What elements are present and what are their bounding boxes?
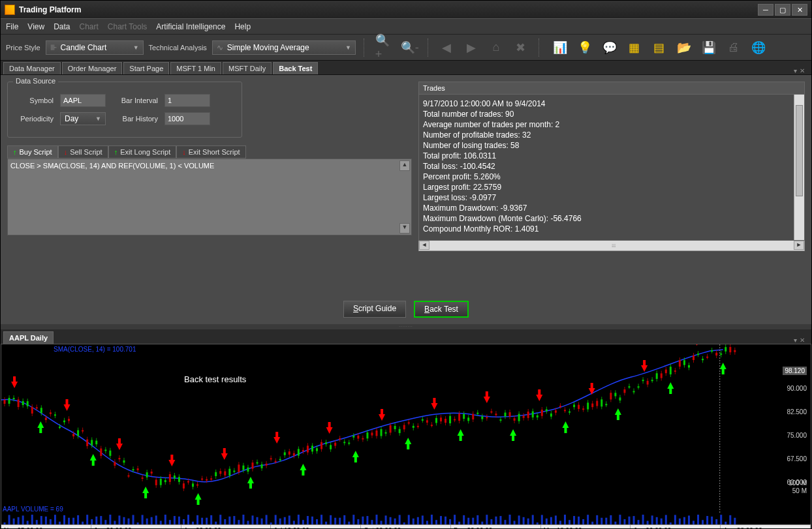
- svg-rect-458: [633, 516, 635, 524]
- svg-rect-477: [720, 515, 722, 524]
- back-test-button[interactable]: Back Test: [414, 301, 469, 318]
- bar-history-input[interactable]: [164, 112, 210, 125]
- forward-icon[interactable]: ▶: [461, 38, 481, 57]
- tab-close-icon[interactable]: ✕: [800, 67, 805, 74]
- svg-rect-464: [661, 519, 663, 524]
- chat-icon[interactable]: 💬: [600, 38, 619, 57]
- chart-main[interactable]: SMA(CLOSE, 14) = 100.701 Back test resul…: [1, 344, 756, 514]
- svg-rect-372: [238, 520, 240, 524]
- price-style-dropdown[interactable]: ⊪ Candle Chart ▼: [46, 40, 144, 55]
- bar-history-label: Bar History: [112, 115, 158, 123]
- sma-label: SMA(CLOSE, 14) = 100.701: [54, 346, 136, 353]
- tab-buy-script[interactable]: ↑Buy Script: [7, 145, 58, 159]
- svg-rect-329: [40, 516, 42, 524]
- script-tabs: ↑Buy Script ↓Sell Script ↑Exit Long Scri…: [7, 145, 412, 159]
- globe-icon[interactable]: 🌐: [749, 38, 768, 57]
- bar-interval-input[interactable]: [164, 94, 210, 107]
- window-title: Trading Platform: [19, 5, 758, 14]
- tab-exit-long-script[interactable]: ↑Exit Long Script: [108, 145, 177, 159]
- svg-rect-445: [573, 516, 575, 524]
- svg-rect-397: [352, 515, 354, 524]
- svg-rect-406: [394, 519, 396, 524]
- script-guide-button[interactable]: Script Guide: [343, 301, 406, 318]
- menu-help[interactable]: Help: [234, 22, 251, 31]
- chevron-down-icon: ▼: [95, 115, 101, 122]
- svg-rect-427: [490, 519, 492, 524]
- tab-msft-1min[interactable]: MSFT 1 Min: [170, 62, 221, 74]
- document-tabs: Data Manager Order Manager Start Page MS…: [1, 61, 811, 75]
- chart-overlay-text: Back test results: [184, 374, 246, 384]
- back-icon[interactable]: ◀: [437, 38, 456, 57]
- svg-rect-450: [596, 515, 598, 524]
- svg-rect-407: [399, 515, 401, 524]
- svg-rect-393: [334, 518, 336, 524]
- tab-menu-icon[interactable]: ▾: [794, 67, 797, 74]
- trades-scrollbar-v[interactable]: [794, 95, 804, 240]
- script-up-button[interactable]: ▲: [399, 160, 410, 171]
- chart-tab-menu-icon[interactable]: ▾: [794, 337, 797, 344]
- menu-data[interactable]: Data: [54, 22, 70, 31]
- svg-rect-381: [279, 519, 281, 524]
- zoom-in-icon[interactable]: 🔍+: [375, 38, 395, 57]
- ta-dropdown[interactable]: ∿ Simple Moving Average ▼: [212, 40, 356, 55]
- svg-rect-392: [330, 515, 332, 524]
- print-icon[interactable]: 🖨: [724, 38, 743, 57]
- svg-rect-373: [242, 515, 244, 524]
- folder-icon[interactable]: 📂: [674, 38, 694, 57]
- trade-stat-line: Average number of trades per month: 2: [423, 119, 800, 130]
- scroll-left-icon[interactable]: ◄: [419, 241, 429, 250]
- svg-rect-422: [467, 518, 469, 524]
- svg-rect-448: [587, 515, 589, 524]
- svg-rect-349: [133, 515, 134, 524]
- vol-tick: 50 M: [792, 487, 807, 494]
- scroll-right-icon[interactable]: ►: [794, 241, 804, 250]
- trade-stat-line: Total number of trades: 90: [423, 109, 800, 119]
- svg-rect-330: [45, 517, 47, 524]
- tab-data-manager[interactable]: Data Manager: [3, 62, 61, 74]
- chart-tab-close-icon[interactable]: ✕: [800, 337, 805, 344]
- svg-rect-364: [201, 518, 203, 524]
- script-textarea[interactable]: CLOSE > SMA(CLOSE, 14) AND REF(VOLUME, 1…: [7, 159, 412, 235]
- menu-ai[interactable]: Artificial Intelligence: [156, 22, 225, 31]
- grid2-icon[interactable]: ▤: [649, 38, 669, 57]
- tab-back-test[interactable]: Back Test: [273, 62, 318, 74]
- script-down-button[interactable]: ▼: [399, 223, 410, 234]
- maximize-button[interactable]: ▢: [775, 4, 790, 16]
- periodicity-dropdown[interactable]: Day ▼: [60, 112, 106, 125]
- svg-rect-363: [196, 515, 198, 524]
- trades-scrollbar-h[interactable]: ◄ ⁞⁞⁞ ►: [418, 241, 805, 251]
- symbol-input[interactable]: [60, 94, 106, 107]
- svg-rect-430: [504, 520, 506, 524]
- tab-start-page[interactable]: Start Page: [123, 62, 169, 74]
- svg-rect-370: [228, 517, 230, 524]
- menu-file[interactable]: File: [6, 22, 18, 31]
- svg-rect-440: [550, 517, 552, 524]
- tab-sell-script[interactable]: ↓Sell Script: [58, 145, 108, 159]
- minimize-button[interactable]: ─: [758, 4, 773, 16]
- arrow-down-icon: ↓: [64, 148, 68, 156]
- save-icon[interactable]: 💾: [699, 38, 719, 57]
- chart-y-axis: 98.120 90.000 82.500 75.000 67.500 60.00…: [756, 344, 811, 514]
- svg-rect-415: [435, 520, 437, 524]
- tab-exit-short-script[interactable]: ↓Exit Short Script: [176, 145, 245, 159]
- svg-rect-340: [91, 519, 93, 524]
- grid-icon[interactable]: ▦: [625, 38, 644, 57]
- svg-rect-383: [289, 515, 290, 524]
- menu-view[interactable]: View: [27, 22, 44, 31]
- chevron-down-icon: ▼: [133, 44, 139, 51]
- lightbulb-icon[interactable]: 💡: [575, 38, 595, 57]
- tab-order-manager[interactable]: Order Manager: [62, 62, 123, 74]
- cancel-icon[interactable]: ✖: [511, 38, 531, 57]
- zoom-out-icon[interactable]: 🔍-: [400, 38, 420, 57]
- home-icon[interactable]: ⌂: [486, 38, 506, 57]
- tab-aapl-daily[interactable]: AAPL Daily: [3, 331, 54, 344]
- tab-msft-daily[interactable]: MSFT Daily: [223, 62, 272, 74]
- chevron-down-icon: ▼: [345, 44, 351, 51]
- chart-icon[interactable]: 📊: [550, 38, 570, 57]
- splitter[interactable]: ∙∙∙∙∙∙∙∙: [1, 324, 811, 329]
- trade-stat-line: Compound Monthly ROR: 1.4091: [423, 224, 800, 234]
- close-button[interactable]: ✕: [792, 4, 807, 16]
- svg-rect-339: [86, 515, 88, 524]
- svg-rect-331: [50, 519, 52, 524]
- toolbar: Price Style ⊪ Candle Chart ▼ Technical A…: [1, 35, 811, 61]
